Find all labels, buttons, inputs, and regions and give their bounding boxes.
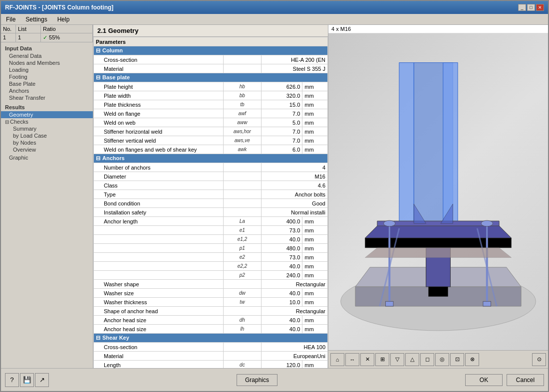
check-icon: ✓ [43, 34, 47, 40]
sk-row-0: Cross-section HEA 100 [94, 343, 328, 352]
nav-by-nodes[interactable]: by Nodes [1, 139, 93, 146]
right-panel: 4 x M16 [328, 25, 548, 368]
nav-shear-transfer[interactable]: Shear Transfer [1, 94, 93, 101]
ok-button[interactable]: OK [465, 374, 503, 386]
minimize-button[interactable]: _ [518, 4, 526, 11]
params-table[interactable]: Parameters ⊟Column Cross-section HE-A 20… [93, 37, 328, 368]
nav-general-data[interactable]: General Data [1, 52, 93, 59]
anc-row-14: Washer size dw 40.0 mm [94, 289, 328, 298]
anchors-header: Anchors [102, 155, 125, 161]
help-button[interactable]: ? [5, 373, 19, 387]
anc-row-13: Washer shape Rectangular [94, 280, 328, 289]
nav-graphic[interactable]: Graphic [1, 154, 93, 161]
expand-checks-icon: ⊟ [5, 119, 9, 125]
tool-reset[interactable]: ✕ [360, 353, 374, 366]
menu-settings[interactable]: Settings [22, 15, 50, 24]
bp-row-3: Weld on flange awf 7.0 mm [94, 109, 328, 118]
svg-point-13 [384, 220, 395, 226]
bp-row-5: Stiffener horizontal weld aws,hor 7.0 mm [94, 127, 328, 136]
maximize-button[interactable]: □ [527, 4, 535, 11]
anc-row-7: e1 73.0 mm [94, 226, 328, 235]
bottom-center: Graphics [237, 374, 277, 386]
title-controls: _ □ ✕ [518, 4, 544, 11]
close-button[interactable]: ✕ [536, 4, 544, 11]
nav-anchors[interactable]: Anchors [1, 87, 93, 94]
bp-row-7: Weld on flanges and web of shear key awk… [94, 145, 328, 154]
anc-row-1: Diameter M16 [94, 172, 328, 181]
anchors-section-header: ⊟Anchors [94, 154, 328, 163]
baseplate-section-header: ⊟Base plate [94, 73, 328, 82]
tool-settings-3d[interactable]: ⊗ [465, 353, 479, 366]
collapse-column-icon[interactable]: ⊟ [96, 47, 100, 53]
nav-nodes-members[interactable]: Nodes and Members [1, 59, 93, 66]
svg-rect-20 [428, 287, 448, 297]
main-window: RF-JOINTS - [JOINTS Column footing] _ □ … [0, 0, 549, 392]
col-cross-section-val: HE-A 200 (EN [261, 55, 327, 64]
tool-circle[interactable]: ◎ [435, 353, 449, 366]
nav-summary[interactable]: Summary [1, 125, 93, 132]
row-ratio: ✓ 55% [41, 33, 93, 42]
results-label: Results [1, 103, 93, 111]
viewport-3d[interactable] [328, 33, 548, 350]
column-section-header: ⊟Column [94, 46, 328, 55]
case-table: No. List Ratio 1 1 ✓ 55% [1, 25, 93, 42]
nav-overview[interactable]: Overview [1, 146, 93, 153]
anc-row-5: Installation safety Normal installi [94, 208, 328, 217]
save-button[interactable]: 💾 [20, 373, 34, 387]
bp-row-1: Plate width bb 320.0 mm [94, 91, 328, 100]
nav-geometry[interactable]: Geometry [1, 111, 93, 118]
sk-row-1: Material EuropeanUni [94, 352, 328, 361]
bp-row-6: Stiffener vertical weld aws,ve 7.0 mm [94, 136, 328, 145]
tool-extra[interactable]: ⊙ [532, 353, 546, 366]
anc-row-6: Anchor length La 400.0 mm [94, 217, 328, 226]
svg-marker-21 [365, 248, 511, 258]
case-row-1[interactable]: 1 1 ✓ 55% [1, 33, 93, 42]
row-list: 1 [16, 33, 41, 42]
svg-rect-6 [399, 63, 414, 223]
nav-by-load-case[interactable]: by Load Case [1, 132, 93, 139]
nav-checks-parent[interactable]: ⊟ Checks [1, 118, 93, 125]
graphics-button[interactable]: Graphics [237, 374, 277, 386]
anc-row-2: Class 4.6 [94, 181, 328, 190]
svg-rect-15 [385, 301, 393, 306]
tool-zoom-in[interactable]: ▽ [390, 353, 404, 366]
bp-row-4: Weld on web aww 5.0 mm [94, 118, 328, 127]
tool-zoom-out[interactable]: △ [405, 353, 419, 366]
col-ratio: Ratio [41, 25, 93, 33]
params-label: Parameters [94, 37, 328, 46]
center-panel: 2.1 Geometry Parameters [93, 25, 328, 368]
tool-pan[interactable]: ↔ [345, 353, 359, 366]
tool-home[interactable]: ⌂ [330, 353, 344, 366]
nav-base-plate[interactable]: Base Plate [1, 80, 93, 87]
anc-row-9: p1 480.0 mm [94, 244, 328, 253]
nav-tree: Input Data General Data Nodes and Member… [1, 42, 93, 368]
column-row-1: Material Steel S 355 J [94, 64, 328, 73]
anc-row-0: Number of anchors 4 [94, 163, 328, 172]
tool-frame[interactable]: ◻ [420, 353, 434, 366]
anc-row-4: Bond condition Good [94, 199, 328, 208]
view-label: 4 x M16 [328, 25, 548, 33]
nav-footing[interactable]: Footing [1, 73, 93, 80]
collapse-anchors-icon[interactable]: ⊟ [96, 155, 100, 161]
window-title: RF-JOINTS - [JOINTS Column footing] [5, 4, 113, 11]
svg-point-14 [481, 220, 493, 226]
geometry-table: Parameters ⊟Column Cross-section HE-A 20… [93, 37, 328, 368]
tool-zoom-window[interactable]: ⊞ [375, 353, 389, 366]
svg-marker-4 [365, 238, 511, 248]
nav-loading[interactable]: Loading [1, 66, 93, 73]
menu-file[interactable]: File [3, 15, 18, 24]
column-row-0: Cross-section HE-A 200 (EN [94, 55, 328, 64]
anc-row-16: Shape of anchor head Rectangular [94, 307, 328, 316]
tool-grid[interactable]: ⊡ [450, 353, 464, 366]
collapse-shearkey-icon[interactable]: ⊟ [96, 335, 100, 341]
anc-row-10: e2 73.0 mm [94, 253, 328, 262]
menu-help[interactable]: Help [54, 15, 73, 24]
cancel-button[interactable]: Cancel [507, 374, 544, 386]
row-no: 1 [1, 33, 16, 42]
3d-model-svg [328, 33, 548, 350]
bottom-bar: ? 💾 ↗ Graphics OK Cancel [1, 368, 548, 391]
export-button[interactable]: ↗ [35, 373, 49, 387]
collapse-baseplate-icon[interactable]: ⊟ [96, 74, 100, 80]
bottom-left-buttons: ? 💾 ↗ [5, 373, 49, 387]
case-table-header: No. List Ratio [1, 25, 93, 33]
